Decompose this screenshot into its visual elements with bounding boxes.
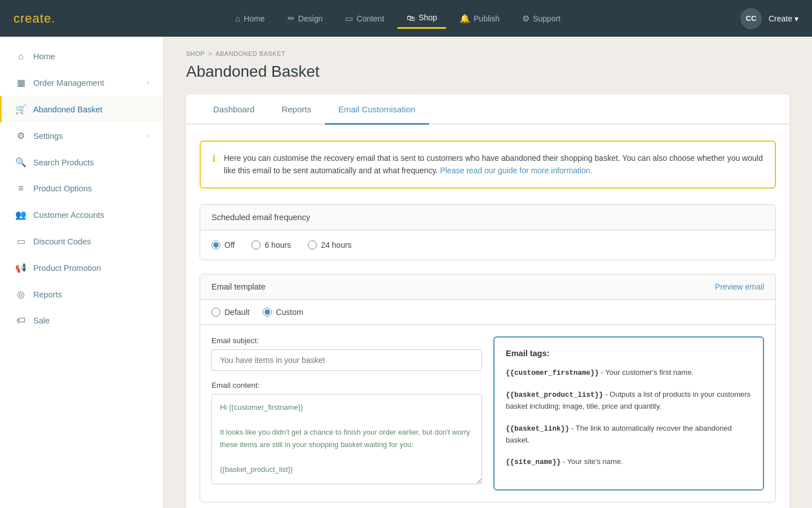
support-icon: ⚙ <box>522 14 529 24</box>
email-form-left: Email subject: Email content: Hi {{custo… <box>211 336 482 491</box>
subject-input[interactable] <box>211 349 482 371</box>
tag-desc-customer-firstname: - Your customer's first name. <box>601 368 694 376</box>
tag-code-basket-link: {{basket_link}} <box>506 425 570 433</box>
tag-code-customer-firstname: {{customer_firstname}} <box>506 369 599 377</box>
settings-icon: ⚙ <box>15 130 27 141</box>
scheduled-frequency-body: Off 6 hours 24 hours <box>200 230 775 260</box>
nav-shop-label: Shop <box>418 13 437 22</box>
tab-dashboard[interactable]: Dashboard <box>200 94 268 125</box>
template-custom-label[interactable]: Custom <box>263 308 303 317</box>
preview-email-link[interactable]: Preview email <box>715 282 764 291</box>
nav-design[interactable]: ✏ Design <box>279 9 332 28</box>
nav-home[interactable]: ⌂ Home <box>226 9 273 28</box>
create-button[interactable]: Create ▾ <box>769 14 798 23</box>
home-icon: ⌂ <box>235 14 240 23</box>
info-icon: ℹ <box>212 152 216 165</box>
sidebar-item-label: Reports <box>33 290 62 299</box>
logo-text: create <box>14 11 51 25</box>
sidebar-item-label: Home <box>33 52 55 61</box>
nav-support-label: Support <box>533 14 561 23</box>
top-navigation: create. ⌂ Home ✏ Design ▭ Content 🛍 Shop… <box>0 0 812 37</box>
design-icon: ✏ <box>288 14 295 24</box>
content-label: Email content: <box>211 381 482 389</box>
sidebar-item-label: Sale <box>33 316 50 325</box>
template-custom-text: Custom <box>276 308 303 317</box>
info-link[interactable]: Please read our guide for more informati… <box>440 166 592 175</box>
subject-group: Email subject: <box>211 336 482 371</box>
frequency-6hours-label[interactable]: 6 hours <box>251 240 291 249</box>
frequency-24hours-radio[interactable] <box>308 240 317 249</box>
breadcrumb: SHOP > ABANDONED BASKET <box>186 50 789 57</box>
template-default-radio[interactable] <box>211 308 220 317</box>
info-box: ℹ Here you can customise the recovery em… <box>200 141 776 189</box>
sidebar: ⌂ Home ▦ Order Management › 🛒 Abandoned … <box>0 37 164 508</box>
shop-icon: 🛍 <box>407 13 415 23</box>
create-label: Create <box>769 14 792 23</box>
tab-reports[interactable]: Reports <box>268 94 325 125</box>
tab-email-customisation[interactable]: Email Customisation <box>325 94 429 125</box>
sale-icon: 🏷 <box>15 316 27 326</box>
logo-dot: . <box>51 11 55 25</box>
frequency-6hours-radio[interactable] <box>251 240 261 249</box>
email-tag-site-name: {{site_name}} - Your site's name. <box>506 456 752 468</box>
sidebar-item-product-options[interactable]: ≡ Product Options <box>0 176 163 202</box>
sidebar-item-discount-codes[interactable]: ▭ Discount Codes <box>0 228 163 255</box>
sidebar-item-customer-accounts[interactable]: 👥 Customer Accounts <box>0 202 163 228</box>
top-nav-right: CC Create ▾ <box>740 8 798 29</box>
template-default-label[interactable]: Default <box>211 308 249 317</box>
sidebar-item-label: Abandoned Basket <box>33 105 103 114</box>
nav-shop[interactable]: 🛍 Shop <box>398 8 446 29</box>
sidebar-item-order-management[interactable]: ▦ Order Management › <box>0 69 163 96</box>
sidebar-item-label: Product Options <box>33 184 92 193</box>
frequency-24hours-label[interactable]: 24 hours <box>308 240 351 249</box>
search-icon: 🔍 <box>15 157 27 168</box>
content-group: Email content: Hi {{customer_firstname}}… <box>211 381 482 484</box>
sidebar-item-sale[interactable]: 🏷 Sale <box>0 308 163 334</box>
sidebar-item-label: Product Promotion <box>33 264 101 273</box>
template-radio-group: Default Custom <box>200 300 775 325</box>
sidebar-item-abandoned-basket[interactable]: 🛒 Abandoned Basket <box>0 96 163 122</box>
info-text: Here you can customise the recovery emai… <box>224 152 764 177</box>
tag-code-site-name: {{site_name}} <box>506 458 561 466</box>
email-template-section: Email template Preview email Default Cus… <box>200 274 776 503</box>
email-tags-box: Email tags: {{customer_firstname}} - You… <box>493 336 764 491</box>
nav-support[interactable]: ⚙ Support <box>513 9 570 28</box>
content-textarea[interactable]: Hi {{customer_firstname}} It looks like … <box>211 394 482 484</box>
scheduled-frequency-section: Scheduled email frequency Off 6 hours <box>200 204 776 260</box>
tab-content: ℹ Here you can customise the recovery em… <box>186 125 789 508</box>
email-tag-basket-link: {{basket_link}} - The link to automatica… <box>506 423 752 446</box>
discount-codes-icon: ▭ <box>15 236 27 247</box>
logo[interactable]: create. <box>14 11 55 26</box>
tag-desc-site-name: - Your site's name. <box>563 457 623 466</box>
nav-content[interactable]: ▭ Content <box>336 9 393 28</box>
nav-publish[interactable]: 🔔 Publish <box>451 9 509 28</box>
email-tags-title: Email tags: <box>506 349 752 358</box>
email-form-grid: Email subject: Email content: Hi {{custo… <box>200 325 775 502</box>
email-template-header: Email template Preview email <box>200 274 775 300</box>
chevron-down-icon: ▾ <box>795 14 798 23</box>
frequency-24hours-text: 24 hours <box>321 240 351 249</box>
breadcrumb-separator: > <box>208 50 212 57</box>
frequency-off-text: Off <box>224 240 235 249</box>
page-title: Abandoned Basket <box>186 63 789 81</box>
frequency-off-radio[interactable] <box>211 240 220 249</box>
sidebar-item-product-promotion[interactable]: 📢 Product Promotion <box>0 255 163 281</box>
sidebar-item-reports[interactable]: ◎ Reports <box>0 281 163 308</box>
order-management-icon: ▦ <box>15 77 27 88</box>
breadcrumb-shop[interactable]: SHOP <box>186 50 205 57</box>
avatar[interactable]: CC <box>740 8 762 29</box>
breadcrumb-current: ABANDONED BASKET <box>215 50 285 57</box>
sidebar-item-search-products[interactable]: 🔍 Search Products <box>0 149 163 176</box>
chevron-right-icon: › <box>147 79 149 87</box>
template-custom-radio[interactable] <box>263 308 272 317</box>
sidebar-item-home[interactable]: ⌂ Home <box>0 43 163 69</box>
sidebar-item-settings[interactable]: ⚙ Settings › <box>0 122 163 149</box>
sidebar-item-label: Search Products <box>33 158 94 167</box>
email-template-title: Email template <box>211 282 266 291</box>
product-promotion-icon: 📢 <box>15 262 27 273</box>
main-layout: ⌂ Home ▦ Order Management › 🛒 Abandoned … <box>0 37 812 508</box>
frequency-off-label[interactable]: Off <box>211 240 235 249</box>
content-icon: ▭ <box>345 14 353 24</box>
frequency-6hours-text: 6 hours <box>264 240 291 249</box>
sidebar-item-label: Discount Codes <box>33 237 91 246</box>
